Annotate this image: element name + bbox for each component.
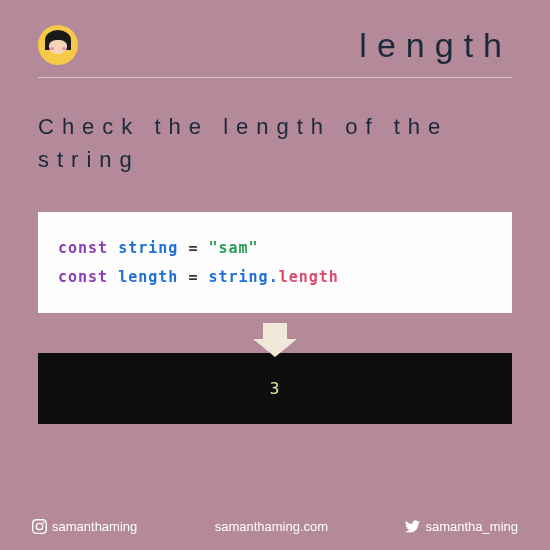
operator: = xyxy=(188,268,198,286)
arrow-down-icon xyxy=(263,323,287,341)
property: length xyxy=(279,268,339,286)
variable: string xyxy=(118,239,178,257)
variable: length xyxy=(118,268,178,286)
twitter-handle: samantha_ming xyxy=(405,519,518,534)
result-block: 3 xyxy=(38,353,512,424)
code-line-1: const string = "sam" xyxy=(58,234,492,263)
footer: samanthaming samanthaming.com samantha_m… xyxy=(0,519,550,534)
header: length xyxy=(0,0,550,77)
subtitle: Check the length of the string xyxy=(0,78,550,194)
result-value: 3 xyxy=(270,379,281,398)
twitter-text: samantha_ming xyxy=(425,519,518,534)
page-title: length xyxy=(359,26,512,65)
instagram-text: samanthaming xyxy=(52,519,137,534)
twitter-icon xyxy=(405,519,420,534)
avatar xyxy=(38,25,78,65)
arrow-container xyxy=(0,323,550,341)
website-link: samanthaming.com xyxy=(215,519,328,534)
website-text: samanthaming.com xyxy=(215,519,328,534)
object-ref: string xyxy=(208,268,268,286)
keyword: const xyxy=(58,239,108,257)
code-line-2: const length = string.length xyxy=(58,263,492,292)
instagram-icon xyxy=(32,519,47,534)
dot: . xyxy=(269,268,279,286)
operator: = xyxy=(188,239,198,257)
code-block: const string = "sam" const length = stri… xyxy=(38,212,512,313)
string-value: "sam" xyxy=(208,239,258,257)
keyword: const xyxy=(58,268,108,286)
instagram-handle: samanthaming xyxy=(32,519,137,534)
